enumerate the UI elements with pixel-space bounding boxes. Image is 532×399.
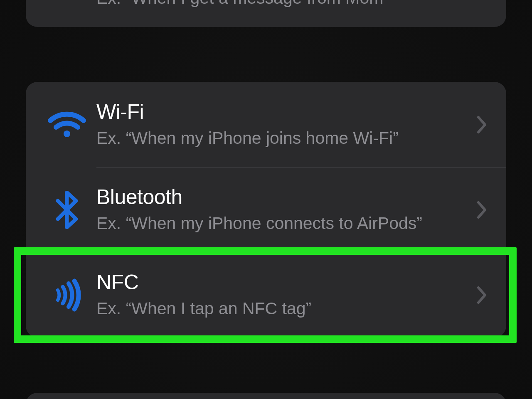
automation-triggers-screen: · Ex. “When I get a message from Mom” [0, 0, 532, 399]
row-subtitle: Ex. “When I get a message from Mom” [96, 0, 474, 8]
list-item-nfc[interactable]: NFC Ex. “When I tap an NFC tag” [26, 252, 506, 337]
bluetooth-icon [37, 191, 96, 229]
message-icon [37, 0, 96, 3]
nfc-icon [37, 278, 96, 312]
row-subtitle: Ex. “When my iPhone joins home Wi-Fi” [96, 128, 474, 148]
list-item-bluetooth[interactable]: Bluetooth Ex. “When my iPhone connects t… [26, 167, 506, 252]
trigger-group-messages: · Ex. “When I get a message from Mom” [26, 0, 506, 27]
row-title: Wi-Fi [96, 101, 474, 123]
chevron-right-icon [474, 286, 490, 304]
svg-point-0 [64, 131, 70, 137]
list-item-message-trigger[interactable]: · Ex. “When I get a message from Mom” [26, 0, 506, 27]
trigger-group-connectivity: Wi-Fi Ex. “When my iPhone joins home Wi-… [26, 82, 506, 337]
row-subtitle: Ex. “When my iPhone connects to AirPods” [96, 214, 474, 233]
row-title: NFC [96, 271, 474, 294]
chevron-right-icon [474, 201, 490, 219]
wifi-icon [37, 111, 96, 139]
row-title: Bluetooth [96, 186, 474, 209]
row-subtitle: Ex. “When I tap an NFC tag” [96, 299, 474, 318]
list-item-wifi[interactable]: Wi-Fi Ex. “When my iPhone joins home Wi-… [26, 82, 506, 167]
trigger-group-next [26, 393, 506, 399]
chevron-right-icon [474, 116, 490, 134]
